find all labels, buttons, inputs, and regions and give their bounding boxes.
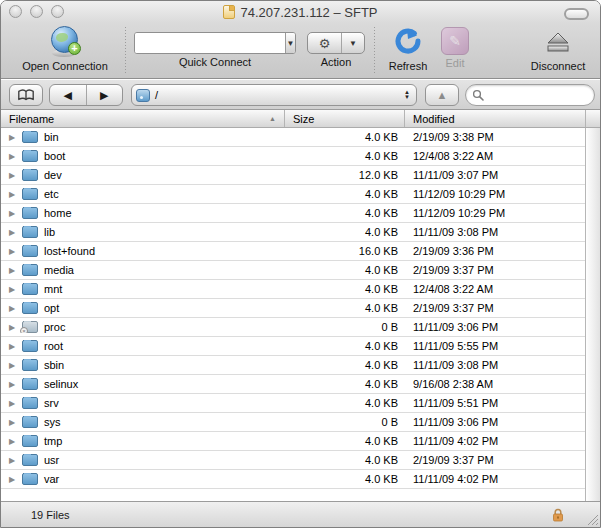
disclosure-triangle-icon[interactable]: ▶	[9, 209, 19, 218]
column-header-filename[interactable]: Filename ▲	[1, 110, 284, 127]
disclosure-triangle-icon[interactable]: ▶	[9, 418, 19, 427]
file-row[interactable]: ▶ × etc 4.0 KB 11/12/09 10:29 PM	[1, 185, 587, 204]
refresh-button[interactable]: Refresh	[383, 26, 433, 72]
folder-icon: ×	[22, 321, 38, 333]
folder-icon: ×	[22, 283, 38, 295]
file-name: selinux	[44, 378, 78, 390]
go-up-button[interactable]: ▲	[425, 84, 459, 106]
file-row[interactable]: ▶ × home 4.0 KB 11/12/09 10:29 PM	[1, 204, 587, 223]
bookmarks-button[interactable]	[9, 84, 43, 106]
file-name: usr	[44, 454, 59, 466]
filename-cell: ▶ × srv	[1, 397, 284, 409]
disconnect-button[interactable]: Disconnect	[521, 26, 595, 72]
quick-connect-input[interactable]	[135, 33, 285, 53]
disclosure-triangle-icon[interactable]: ▶	[9, 247, 19, 256]
file-modified: 11/11/09 5:55 PM	[404, 340, 587, 352]
file-row[interactable]: ▶ × bin 4.0 KB 2/19/09 3:38 PM	[1, 128, 587, 147]
folder-icon: ×	[22, 302, 38, 314]
popup-stepper-icon: ▲▼	[404, 90, 410, 100]
disclosure-triangle-icon[interactable]: ▶	[9, 228, 19, 237]
path-popup-button[interactable]: / ▲▼	[131, 84, 417, 106]
filename-cell: ▶ × boot	[1, 150, 284, 162]
file-name: proc	[44, 321, 65, 333]
disclosure-triangle-icon[interactable]: ▶	[9, 285, 19, 294]
file-name: lib	[44, 226, 55, 238]
column-header-spacer	[585, 110, 600, 127]
chevron-down-icon[interactable]: ▼	[285, 33, 295, 53]
vertical-scrollbar[interactable]	[585, 128, 600, 503]
disclosure-triangle-icon[interactable]: ▶	[9, 190, 19, 199]
file-size: 16.0 KB	[284, 245, 404, 257]
column-label: Size	[293, 113, 314, 125]
eject-icon	[541, 26, 575, 58]
file-name: media	[44, 264, 74, 276]
column-header-modified[interactable]: Modified	[404, 110, 585, 127]
resize-grip[interactable]	[585, 512, 598, 525]
file-name: dev	[44, 169, 62, 181]
file-row[interactable]: ▶ × root 4.0 KB 11/11/09 5:55 PM	[1, 337, 587, 356]
file-modified: 2/19/09 3:36 PM	[404, 245, 587, 257]
disclosure-triangle-icon[interactable]: ▶	[9, 380, 19, 389]
disclosure-triangle-icon[interactable]: ▶	[9, 266, 19, 275]
file-row[interactable]: ▶ × media 4.0 KB 2/19/09 3:37 PM	[1, 261, 587, 280]
edit-button: ✎ Edit	[438, 27, 472, 69]
search-field[interactable]	[465, 84, 595, 106]
file-row[interactable]: ▶ × opt 4.0 KB 2/19/09 3:37 PM	[1, 299, 587, 318]
toolbar: + Open Connection ▼ Quick Connect ⚙ ▼ Ac…	[1, 23, 600, 79]
filename-cell: ▶ × var	[1, 473, 284, 485]
forward-button[interactable]: ▶	[87, 85, 123, 105]
file-row[interactable]: ▶ × boot 4.0 KB 12/4/08 3:22 AM	[1, 147, 587, 166]
file-name: mnt	[44, 283, 62, 295]
file-row[interactable]: ▶ × tmp 4.0 KB 11/11/09 4:02 PM	[1, 432, 587, 451]
open-connection-button[interactable]: + Open Connection	[9, 26, 121, 72]
file-modified: 11/11/09 3:08 PM	[404, 359, 587, 371]
disclosure-triangle-icon[interactable]: ▶	[9, 361, 19, 370]
quick-connect-combobox[interactable]: ▼	[134, 32, 296, 54]
back-button[interactable]: ◀	[50, 85, 87, 105]
file-modified: 11/12/09 10:29 PM	[404, 188, 587, 200]
folder-icon: ×	[22, 359, 38, 371]
file-row[interactable]: ▶ × mnt 4.0 KB 12/4/08 3:22 AM	[1, 280, 587, 299]
column-header-size[interactable]: Size	[284, 110, 404, 127]
file-row[interactable]: ▶ × dev 12.0 KB 11/11/09 3:07 PM	[1, 166, 587, 185]
file-row[interactable]: ▶ × srv 4.0 KB 11/11/09 5:51 PM	[1, 394, 587, 413]
file-row[interactable]: ▶ × lib 4.0 KB 11/11/09 3:08 PM	[1, 223, 587, 242]
file-modified: 11/11/09 5:51 PM	[404, 397, 587, 409]
file-row[interactable]: ▶ × sys 0 B 11/11/09 3:06 PM	[1, 413, 587, 432]
file-modified: 11/11/09 3:08 PM	[404, 226, 587, 238]
disclosure-triangle-icon[interactable]: ▶	[9, 456, 19, 465]
current-path: /	[155, 89, 399, 101]
disclosure-triangle-icon[interactable]: ▶	[9, 171, 19, 180]
disclosure-triangle-icon[interactable]: ▶	[9, 399, 19, 408]
filename-cell: ▶ × etc	[1, 188, 284, 200]
disclosure-triangle-icon[interactable]: ▶	[9, 304, 19, 313]
disclosure-triangle-icon[interactable]: ▶	[9, 152, 19, 161]
file-size: 4.0 KB	[284, 226, 404, 238]
book-icon	[17, 88, 35, 102]
sort-ascending-icon: ▲	[269, 115, 276, 122]
file-modified: 11/11/09 4:02 PM	[404, 473, 587, 485]
file-row[interactable]: ▶ × lost+found 16.0 KB 2/19/09 3:36 PM	[1, 242, 587, 261]
disclosure-triangle-icon[interactable]: ▶	[9, 342, 19, 351]
file-row[interactable]: ▶ × sbin 4.0 KB 11/11/09 3:08 PM	[1, 356, 587, 375]
file-row[interactable]: ▶ × proc 0 B 11/11/09 3:06 PM	[1, 318, 587, 337]
chevron-down-icon[interactable]: ▼	[342, 33, 364, 53]
disclosure-triangle-icon[interactable]: ▶	[9, 475, 19, 484]
file-row[interactable]: ▶ × var 4.0 KB 11/11/09 4:02 PM	[1, 470, 587, 489]
file-modified: 11/11/09 3:07 PM	[404, 169, 587, 181]
file-size: 4.0 KB	[284, 435, 404, 447]
filename-cell: ▶ × selinux	[1, 378, 284, 390]
no-access-badge-icon: ×	[20, 327, 28, 333]
disclosure-triangle-icon[interactable]: ▶	[9, 437, 19, 446]
disclosure-triangle-icon[interactable]: ▶	[9, 133, 19, 142]
file-row[interactable]: ▶ × usr 4.0 KB 2/19/09 3:37 PM	[1, 451, 587, 470]
file-row[interactable]: ▶ × selinux 4.0 KB 9/16/08 2:38 AM	[1, 375, 587, 394]
file-size: 12.0 KB	[284, 169, 404, 181]
search-input[interactable]	[488, 89, 588, 101]
disclosure-triangle-icon[interactable]: ▶	[9, 323, 19, 332]
action-button[interactable]: ⚙ ▼	[307, 32, 365, 54]
toolbar-toggle-pill[interactable]	[564, 8, 589, 20]
filename-cell: ▶ × media	[1, 264, 284, 276]
filename-cell: ▶ × sbin	[1, 359, 284, 371]
gear-icon[interactable]: ⚙	[308, 33, 342, 53]
